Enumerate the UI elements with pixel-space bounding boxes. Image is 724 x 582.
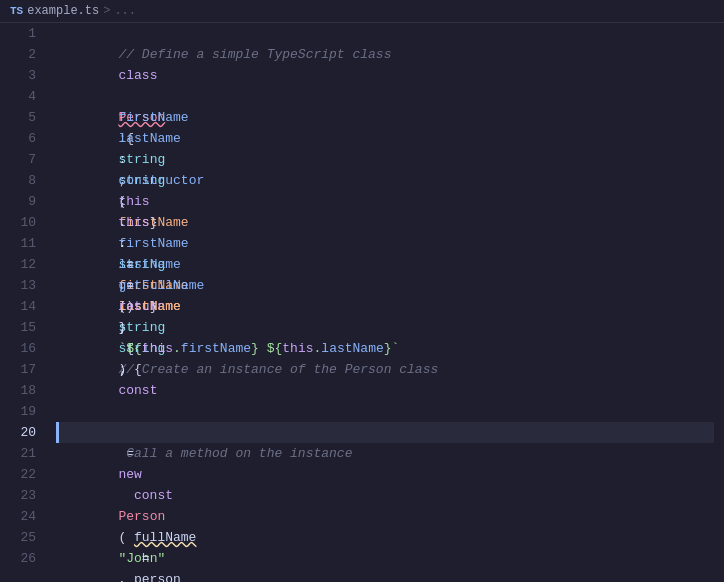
line-num-23: 23	[14, 485, 36, 506]
code-line-5	[56, 107, 714, 128]
code-line-1: // Define a simple TypeScript class	[56, 23, 714, 44]
active-line-accent	[56, 422, 59, 443]
code-line-17: const person = new Person ( "John" , "Do…	[56, 359, 714, 380]
line-num-24: 24	[14, 506, 36, 527]
code-line-4: lastName : string ;	[56, 86, 714, 107]
code-line-3: firstName : string ;	[56, 65, 714, 86]
line-num-21: 21	[14, 443, 36, 464]
line-num-2: 2	[14, 44, 36, 65]
code-line-2: class Person {	[56, 44, 714, 65]
line-num-17: 17	[14, 359, 36, 380]
line-num-4: 4	[14, 86, 36, 107]
line-num-25: 25	[14, 527, 36, 548]
line-num-22: 22	[14, 464, 36, 485]
editor: TS example.ts > ... 1 2 3 4 5 6 7 8 9 10…	[0, 0, 724, 582]
line-num-1: 1	[14, 23, 36, 44]
code-line-7: this . firstName = firstName ;	[56, 149, 714, 170]
code-line-19: 💡 Call a method on the instance	[56, 401, 714, 422]
code-line-8: this . lastName = lastName ;	[56, 170, 714, 191]
code-area: 1 2 3 4 5 6 7 8 9 10 11 12 13 14 15 16 1…	[0, 23, 724, 582]
line-num-5: 5	[14, 107, 36, 128]
line-numbers: 1 2 3 4 5 6 7 8 9 10 11 12 13 14 15 16 1…	[0, 23, 46, 582]
line-num-18: 18	[14, 380, 36, 401]
code-line-14: }	[56, 296, 714, 317]
line-num-20: 20	[14, 422, 36, 443]
breadcrumb-sep: >	[103, 4, 110, 18]
code-line-16: // Create an instance of the Person clas…	[56, 338, 714, 359]
line-num-16: 16	[14, 338, 36, 359]
code-line-6: constructor ( firstName : string , lastN…	[56, 128, 714, 149]
code-line-23	[56, 485, 714, 506]
line-num-15: 15	[14, 317, 36, 338]
line-num-26: 26	[14, 548, 36, 569]
code-line-26	[56, 548, 714, 569]
breadcrumb: TS example.ts > ...	[0, 0, 724, 23]
line-num-10: 10	[14, 212, 36, 233]
code-line-21	[56, 443, 714, 464]
breadcrumb-filename: example.ts	[27, 4, 99, 18]
line-num-8: 8	[14, 170, 36, 191]
code-lines[interactable]: // Define a simple TypeScript class clas…	[46, 23, 724, 582]
code-line-20: const fullName = person . getFullName ()…	[56, 422, 714, 443]
line-num-9: 9	[14, 191, 36, 212]
line-num-11: 11	[14, 233, 36, 254]
code-line-13: }	[56, 275, 714, 296]
code-line-24	[56, 506, 714, 527]
code-line-11: getFullName (): string {	[56, 233, 714, 254]
breadcrumb-ts-label: TS	[10, 5, 23, 17]
line-num-13: 13	[14, 275, 36, 296]
line-num-14: 14	[14, 296, 36, 317]
code-line-9: }	[56, 191, 714, 212]
line-num-19: 19	[14, 401, 36, 422]
code-line-25	[56, 527, 714, 548]
line-num-3: 3	[14, 65, 36, 86]
line-num-7: 7	[14, 149, 36, 170]
code-line-15	[56, 317, 714, 338]
breadcrumb-ellipsis: ...	[114, 4, 136, 18]
code-line-18	[56, 380, 714, 401]
line-num-12: 12	[14, 254, 36, 275]
code-line-12: return `${this.firstName} ${this.lastNam…	[56, 254, 714, 275]
code-line-22	[56, 464, 714, 485]
code-line-10	[56, 212, 714, 233]
line-num-6: 6	[14, 128, 36, 149]
